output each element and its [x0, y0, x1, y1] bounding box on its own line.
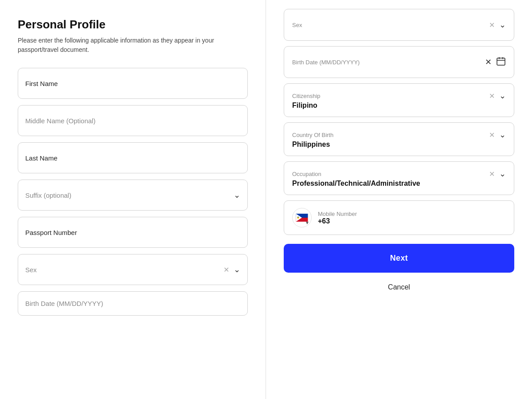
- birth-date-calendar-icon[interactable]: [496, 56, 506, 68]
- first-name-label: First Name: [25, 80, 58, 87]
- sex-left-field[interactable]: Sex ✕ ⌄: [18, 254, 248, 285]
- right-panel: Sex ✕ ⌄ Birth Date (MM/DD/YYYY) ✕ Citi: [266, 0, 532, 399]
- left-panel: Personal Profile Please enter the follow…: [0, 0, 266, 399]
- sex-right-field[interactable]: Sex ✕ ⌄: [284, 9, 514, 41]
- cancel-button[interactable]: Cancel: [284, 278, 514, 297]
- birth-date-clear-icon[interactable]: ✕: [485, 57, 492, 67]
- sex-left-label: Sex: [25, 266, 37, 274]
- occupation-clear-icon[interactable]: ✕: [489, 170, 495, 178]
- last-name-field[interactable]: Last Name: [18, 142, 248, 173]
- sex-right-label: Sex: [292, 22, 302, 28]
- birth-date-right-field[interactable]: Birth Date (MM/DD/YYYY) ✕: [284, 46, 514, 78]
- middle-name-label: Middle Name (Optional): [25, 117, 95, 125]
- svg-rect-0: [497, 58, 505, 65]
- citizenship-label: Citizenship: [292, 93, 321, 99]
- suffix-field[interactable]: Suffix (optional) ⌄: [18, 180, 248, 211]
- occupation-chevron-icon[interactable]: ⌄: [499, 169, 506, 179]
- country-of-birth-value: Philippines: [292, 141, 330, 149]
- suffix-label: Suffix (optional): [25, 192, 71, 199]
- birth-date-left-field[interactable]: Birth Date (MM/DD/YYYY): [18, 291, 248, 316]
- mobile-number-label: Mobile Number: [318, 211, 357, 217]
- citizenship-chevron-icon[interactable]: ⌄: [499, 91, 506, 101]
- occupation-field[interactable]: Occupation ✕ ⌄ Professional/Technical/Ad…: [284, 161, 514, 195]
- sex-left-chevron-icon[interactable]: ⌄: [234, 265, 240, 274]
- middle-name-field[interactable]: Middle Name (Optional): [18, 105, 248, 136]
- citizenship-field[interactable]: Citizenship ✕ ⌄ Filipino: [284, 83, 514, 117]
- first-name-field[interactable]: First Name: [18, 68, 248, 99]
- suffix-chevron-icon[interactable]: ⌄: [234, 190, 240, 200]
- sex-right-clear-icon[interactable]: ✕: [489, 21, 495, 29]
- birth-date-right-label: Birth Date (MM/DD/YYYY): [292, 59, 360, 66]
- country-code-selector[interactable]: ▼: [292, 208, 312, 227]
- citizenship-value: Filipino: [292, 102, 317, 110]
- sex-right-chevron-icon[interactable]: ⌄: [499, 20, 506, 30]
- country-of-birth-field[interactable]: Country Of Birth ✕ ⌄ Philippines: [284, 122, 514, 156]
- passport-number-field[interactable]: Passport Number: [18, 217, 248, 248]
- birth-date-left-label: Birth Date (MM/DD/YYYY): [25, 300, 103, 307]
- mobile-number-field[interactable]: ▼ Mobile Number +63: [284, 200, 514, 235]
- last-name-label: Last Name: [25, 154, 58, 162]
- mobile-number-value: +63: [318, 217, 357, 225]
- country-of-birth-label: Country Of Birth: [292, 132, 333, 138]
- country-of-birth-clear-icon[interactable]: ✕: [489, 131, 495, 139]
- next-button[interactable]: Next: [284, 244, 514, 273]
- sex-left-clear-icon[interactable]: ✕: [223, 266, 229, 274]
- occupation-value: Professional/Technical/Administrative: [292, 180, 420, 188]
- page-description: Please enter the following applicable in…: [18, 36, 248, 55]
- occupation-label: Occupation: [292, 171, 321, 177]
- country-of-birth-chevron-icon[interactable]: ⌄: [499, 130, 506, 140]
- passport-number-label: Passport Number: [25, 229, 77, 236]
- country-flag-chevron-icon: ▼: [305, 220, 309, 225]
- page-title: Personal Profile: [18, 18, 248, 31]
- citizenship-clear-icon[interactable]: ✕: [489, 92, 495, 100]
